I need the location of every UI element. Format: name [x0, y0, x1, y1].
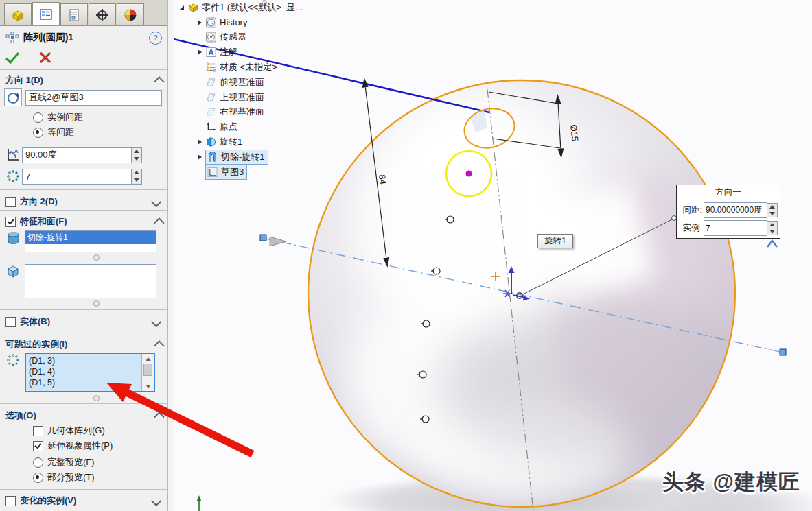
- radio-full-preview[interactable]: 完整预览(F): [33, 456, 95, 468]
- tab-propertymanager[interactable]: [60, 3, 88, 25]
- tree-item-right-plane[interactable]: 右视基准面: [176, 105, 303, 120]
- instances-label: 实例:: [679, 222, 702, 234]
- tree-item-top-plane[interactable]: 上视基准面: [176, 90, 303, 105]
- checkbox-icon[interactable]: [5, 317, 16, 327]
- cancel-button[interactable]: [38, 51, 52, 64]
- listbox-resize-handle[interactable]: [93, 395, 100, 401]
- expanded-arrow-icon[interactable]: [176, 5, 187, 10]
- tree-item-label: 材质 <未指定>: [220, 61, 277, 73]
- radio-partial-preview[interactable]: 部分预览(T): [33, 471, 95, 484]
- part-icon: [187, 2, 199, 13]
- checkbox-icon[interactable]: [5, 217, 16, 227]
- origin-icon: [205, 121, 217, 132]
- instances-field[interactable]: 7: [704, 220, 767, 236]
- listbox-scrollbar[interactable]: [141, 354, 154, 391]
- svg-text:A: A: [209, 48, 214, 56]
- scrollbar-thumb[interactable]: [143, 364, 152, 376]
- spacing-field[interactable]: 90.00000000度: [704, 202, 767, 218]
- skipped-instance-item[interactable]: (D1, 4): [29, 366, 139, 377]
- spin-down-button[interactable]: [767, 228, 777, 235]
- property-manager-header: 阵列(圆周)1 ?: [0, 29, 167, 47]
- manager-tabstrip: [0, 0, 167, 26]
- collapse-icon[interactable]: [154, 412, 165, 423]
- section-direction2[interactable]: 方向 2(D): [0, 195, 167, 209]
- spin-down-button[interactable]: [767, 211, 777, 217]
- spin-up-button[interactable]: [132, 169, 141, 177]
- collapsed-arrow-icon[interactable]: [194, 20, 205, 25]
- section-skipped-instances[interactable]: 可跳过的实例(I): [0, 337, 167, 351]
- seed-instance-point[interactable]: [466, 171, 472, 177]
- axis-endpoint-handle[interactable]: [260, 235, 266, 241]
- skipped-instance-item[interactable]: (D1, 3): [29, 355, 139, 366]
- pattern-axis-input[interactable]: 直线2@草图3: [25, 90, 162, 106]
- skipped-instance-item[interactable]: (D1, 5): [29, 377, 139, 388]
- spin-down-button[interactable]: [132, 155, 141, 163]
- checkbox-icon[interactable]: [5, 197, 16, 207]
- tab-displaymanager[interactable]: [117, 3, 144, 25]
- tab-configurations[interactable]: [89, 3, 116, 25]
- section-bodies[interactable]: 实体(B): [0, 315, 167, 329]
- tree-item-cut-revolve1[interactable]: 切除-旋转1: [176, 150, 303, 165]
- checkbox-icon: [33, 441, 43, 451]
- section-label: 选项(O): [5, 409, 36, 422]
- tree-item-origin[interactable]: 原点: [176, 119, 303, 134]
- plane-icon: [205, 92, 217, 103]
- dimension-text[interactable]: Ø15: [568, 124, 580, 142]
- option-label: 延伸视象属性(P): [47, 440, 113, 452]
- collapsed-arrow-icon[interactable]: [194, 49, 205, 55]
- angle-input[interactable]: 90.00度: [22, 147, 132, 163]
- section-options[interactable]: 选项(O): [0, 409, 167, 423]
- tree-item-material[interactable]: 材质 <未指定>: [176, 60, 303, 75]
- listbox-resize-handle[interactable]: [93, 300, 100, 307]
- expand-icon[interactable]: [151, 196, 162, 207]
- listbox-resize-handle[interactable]: [93, 254, 100, 261]
- checkbox-propagate-visual[interactable]: 延伸视象属性(P): [33, 440, 113, 452]
- spin-up-button[interactable]: [767, 204, 777, 211]
- scroll-up-button[interactable]: [142, 354, 154, 364]
- expand-icon[interactable]: [151, 495, 162, 506]
- section-features-faces[interactable]: 特征和面(F): [0, 215, 167, 228]
- tree-item-sketch3[interactable]: 草图3: [176, 165, 303, 180]
- tree-item-sensors[interactable]: 传感器: [176, 30, 303, 45]
- features-listbox[interactable]: 切除-旋转1: [25, 230, 156, 252]
- tab-part[interactable]: [4, 3, 32, 25]
- count-input[interactable]: 7: [22, 169, 132, 185]
- collapse-icon[interactable]: [154, 217, 165, 228]
- tree-item-annotations[interactable]: A 注解: [176, 45, 303, 60]
- checkbox-icon[interactable]: [5, 496, 16, 506]
- collapsed-arrow-icon[interactable]: [194, 154, 205, 160]
- drag-handle-cone[interactable]: [270, 237, 286, 246]
- spin-up-button[interactable]: [132, 148, 141, 156]
- help-icon[interactable]: ?: [149, 32, 162, 45]
- scroll-down-button[interactable]: [142, 381, 154, 391]
- section-instances-to-vary[interactable]: 变化的实例(V): [0, 494, 167, 508]
- feature-tree: 零件1 (默认<<默认>_显... History 传感器 A 注解: [176, 0, 303, 180]
- callout-collapse-chevron[interactable]: [767, 241, 777, 247]
- tree-item-revolve1[interactable]: 旋转1: [176, 134, 303, 150]
- viewport-canvas[interactable]: 84 Ø15: [174, 0, 812, 511]
- radio-instance-spacing[interactable]: 实例间距: [33, 111, 83, 123]
- collapse-icon[interactable]: [154, 76, 165, 87]
- dimension-text[interactable]: 84: [377, 174, 388, 185]
- collapsed-arrow-icon[interactable]: [194, 139, 205, 145]
- ok-button[interactable]: [4, 51, 21, 64]
- spin-down-button[interactable]: [132, 176, 141, 184]
- tree-item-front-plane[interactable]: 前视基准面: [176, 75, 303, 90]
- radio-equal-spacing[interactable]: 等间距: [33, 126, 74, 139]
- sphere-model[interactable]: [308, 80, 764, 507]
- section-direction1[interactable]: 方向 1(D): [0, 73, 167, 87]
- expand-icon[interactable]: [151, 316, 162, 327]
- skipped-instances-listbox[interactable]: (D1, 3) (D1, 4) (D1, 5): [25, 353, 155, 392]
- annotations-icon: A: [205, 47, 217, 58]
- axis-endpoint-handle[interactable]: [780, 349, 786, 355]
- features-list-item[interactable]: 切除-旋转1: [25, 231, 156, 244]
- property-manager-panel: 阵列(圆周)1 ? 方向 1(D) 直线2@草图3 实例间距 等间距: [0, 0, 168, 511]
- pattern-axis-pickbox[interactable]: [4, 88, 22, 106]
- spin-up-button[interactable]: [767, 222, 777, 228]
- tab-featuremanager[interactable]: [32, 2, 60, 25]
- tree-item-part[interactable]: 零件1 (默认<<默认>_显...: [176, 0, 303, 15]
- checkbox-geometry-pattern[interactable]: 几何体阵列(G): [33, 425, 105, 437]
- tree-item-history[interactable]: History: [176, 15, 303, 30]
- collapse-icon[interactable]: [154, 340, 165, 351]
- faces-listbox[interactable]: [25, 264, 156, 298]
